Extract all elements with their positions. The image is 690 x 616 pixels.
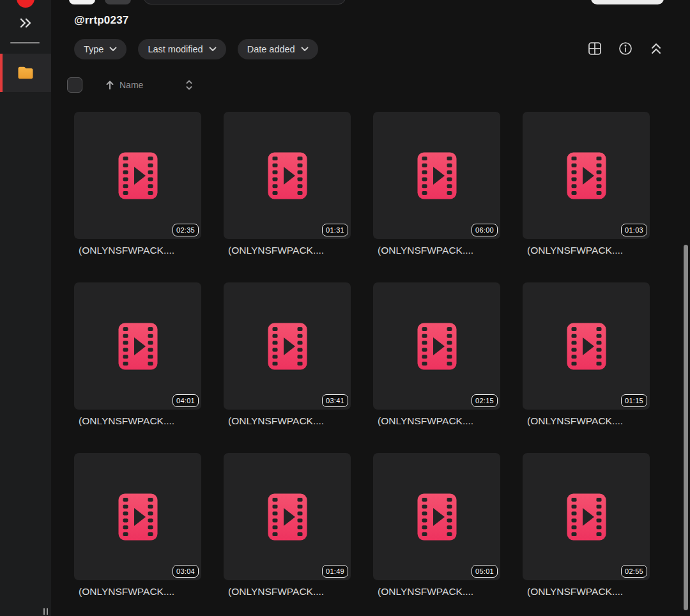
chevrons-right-icon [19,17,33,29]
file-name: (ONLYNSFWPACK.... [224,586,351,597]
info-button[interactable] [617,40,634,57]
sidebar-expand-button[interactable] [14,14,37,32]
video-thumbnail[interactable]: 02:15 [373,282,500,410]
duration-badge: 03:04 [172,565,199,578]
duration-badge: 04:01 [172,394,199,407]
video-file-icon [567,323,606,370]
folder-icon [17,66,34,80]
file-name: (ONLYNSFWPACK.... [523,586,650,597]
video-file-icon [268,152,307,199]
sidebar-resize-handle[interactable] [43,608,50,615]
file-name: (ONLYNSFWPACK.... [373,245,500,256]
video-file-icon [417,323,457,370]
sidebar-item-folder[interactable] [0,54,51,92]
file-card[interactable]: 04:01 (ONLYNSFWPACK.... [74,282,201,427]
unfold-icon [185,79,193,91]
file-card[interactable]: 01:49 (ONLYNSFWPACK.... [224,453,351,597]
video-thumbnail[interactable]: 02:35 [74,112,201,239]
vertical-scrollbar[interactable] [684,245,688,610]
file-name: (ONLYNSFWPACK.... [74,586,201,597]
sort-column-label: Name [119,80,143,90]
video-file-icon [268,323,307,370]
arrow-up-icon [105,80,114,90]
view-toggle-inactive[interactable] [105,0,131,4]
grid-view-button[interactable] [586,40,603,57]
file-name: (ONLYNSFWPACK.... [74,245,201,256]
video-file-icon [118,323,158,370]
file-name: (ONLYNSFWPACK.... [373,586,500,597]
filter-last-modified[interactable]: Last modified [138,39,226,59]
video-file-icon [567,493,606,541]
duration-badge: 03:41 [322,394,348,407]
collapse-all-button[interactable] [648,40,664,57]
chevron-down-icon [109,47,117,52]
video-thumbnail[interactable]: 01:03 [523,112,650,239]
list-header: Name [67,77,193,93]
file-name: (ONLYNSFWPACK.... [74,415,201,427]
file-card[interactable]: 02:15 (ONLYNSFWPACK.... [373,282,500,427]
select-all-checkbox[interactable] [67,77,82,93]
file-card[interactable]: 01:31 (ONLYNSFWPACK.... [224,112,351,256]
filter-type[interactable]: Type [74,39,126,59]
file-name: (ONLYNSFWPACK.... [523,245,650,256]
filter-date-added-label: Date added [247,44,295,54]
video-file-icon [118,152,158,199]
file-card[interactable]: 06:00 (ONLYNSFWPACK.... [373,112,500,256]
file-card[interactable]: 05:01 (ONLYNSFWPACK.... [373,453,500,597]
file-name: (ONLYNSFWPACK.... [224,245,351,256]
sidebar [0,0,51,616]
video-thumbnail[interactable]: 03:04 [74,453,201,580]
page-title: @rrtp0237 [74,14,128,27]
video-file-icon [118,493,158,541]
duration-badge: 01:31 [322,224,348,236]
video-thumbnail[interactable]: 05:01 [373,453,500,580]
file-grid: 02:35 (ONLYNSFWPACK.... 01:31 (ONLYNSFWP… [74,112,650,597]
video-file-icon [417,152,457,199]
video-file-icon [567,152,606,199]
active-indicator [0,54,3,92]
filter-type-label: Type [84,44,103,54]
duration-badge: 06:00 [471,224,498,236]
collapse-all-icon [650,42,663,56]
sidebar-divider [10,42,40,43]
video-thumbnail[interactable]: 06:00 [373,112,500,239]
duration-badge: 01:49 [322,565,348,578]
search-input[interactable] [144,0,346,4]
video-thumbnail[interactable]: 04:01 [74,282,201,410]
video-file-icon [417,493,457,541]
view-toolbar [586,40,664,57]
chevron-down-icon [209,47,217,52]
app-logo-red-circle[interactable] [17,0,34,8]
file-card[interactable]: 01:15 (ONLYNSFWPACK.... [523,282,650,427]
video-thumbnail[interactable]: 01:49 [224,453,351,580]
file-card[interactable]: 02:35 (ONLYNSFWPACK.... [74,112,201,256]
duration-badge: 01:03 [621,224,647,236]
duration-badge: 02:35 [172,224,199,236]
file-card[interactable]: 03:41 (ONLYNSFWPACK.... [224,282,351,427]
file-card[interactable]: 01:03 (ONLYNSFWPACK.... [523,112,650,256]
duration-badge: 05:01 [471,565,498,578]
primary-action-button[interactable] [591,0,664,4]
duration-badge: 01:15 [621,394,647,407]
duration-badge: 02:55 [621,565,647,578]
file-name: (ONLYNSFWPACK.... [523,415,650,427]
duration-badge: 02:15 [471,394,498,407]
view-toggle-active[interactable] [69,0,95,4]
sort-by-name[interactable]: Name [105,80,143,90]
video-thumbnail[interactable]: 03:41 [224,282,351,410]
chevron-down-icon [301,47,309,52]
app-window: @rrtp0237 Type Last modified Date added [0,0,690,616]
filter-bar: Type Last modified Date added [74,39,318,59]
file-card[interactable]: 02:55 (ONLYNSFWPACK.... [523,453,650,597]
video-thumbnail[interactable]: 02:55 [523,453,650,580]
file-name: (ONLYNSFWPACK.... [224,415,351,427]
video-file-icon [268,493,307,541]
filter-date-added[interactable]: Date added [238,39,318,59]
grid-view-icon [587,41,602,56]
file-card[interactable]: 03:04 (ONLYNSFWPACK.... [74,453,201,597]
video-thumbnail[interactable]: 01:15 [523,282,650,410]
sort-direction-button[interactable] [185,79,193,91]
filter-last-modified-label: Last modified [148,44,203,54]
video-thumbnail[interactable]: 01:31 [224,112,351,239]
file-name: (ONLYNSFWPACK.... [373,415,500,427]
